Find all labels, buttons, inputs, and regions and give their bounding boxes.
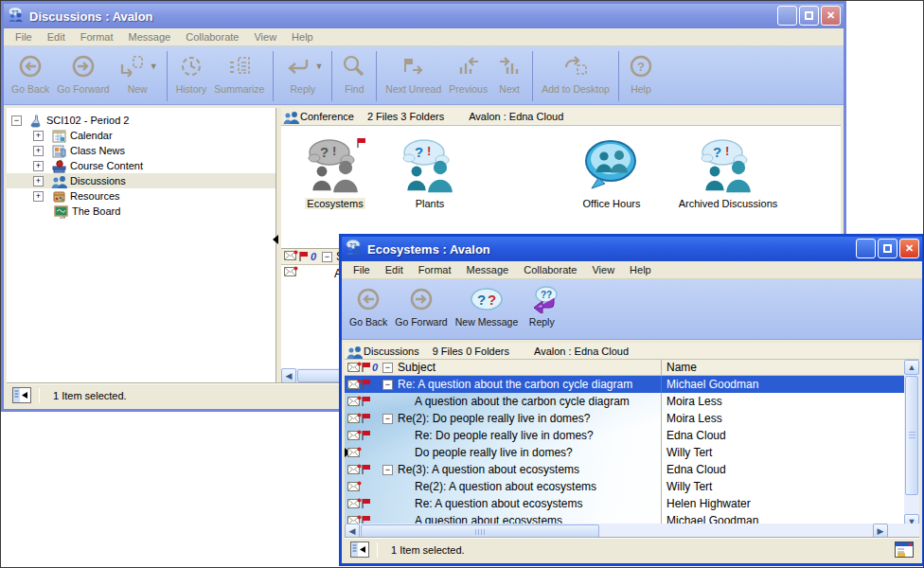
message-row[interactable]: −Re(3): A question about ecosystemsEdna …: [345, 461, 904, 478]
menu-help[interactable]: Help: [284, 31, 321, 43]
people-cloud-gray-icon: ? !: [307, 137, 364, 196]
menu-edit[interactable]: Edit: [378, 264, 411, 275]
minimize-button[interactable]: [777, 6, 797, 26]
tree-expander[interactable]: +: [33, 131, 44, 141]
new-button[interactable]: ▼New: [114, 48, 162, 104]
paperclip-column-icon[interactable]: 0: [311, 251, 322, 262]
vertical-scrollbar[interactable]: ▲ ▼: [904, 360, 919, 529]
conference-icon-pane: ? ! Ecosystems ? ! PlantsOffice Hours ? …: [281, 126, 841, 248]
next-unread-button[interactable]: Next Unread: [382, 48, 445, 104]
status-bar: 1 Item selected.: [345, 538, 919, 560]
name-column-header[interactable]: Name: [666, 360, 697, 375]
maximize-button[interactable]: [878, 239, 897, 258]
next-button[interactable]: Next: [491, 48, 527, 104]
flag-column-icon[interactable]: [298, 251, 311, 262]
tree-expander[interactable]: +: [33, 161, 44, 171]
close-button[interactable]: ✕: [821, 6, 841, 26]
menu-format[interactable]: Format: [73, 31, 121, 43]
flag-column-icon[interactable]: [361, 360, 372, 375]
conference-item-plants[interactable]: ? ! Plants: [387, 137, 472, 209]
menu-view[interactable]: View: [584, 264, 622, 275]
discussions-titlebar[interactable]: ?? Discussions : Avalon ✕: [4, 4, 844, 28]
add-to-desktop-button[interactable]: Add to Desktop: [538, 48, 613, 104]
envelope-icon: [347, 495, 362, 512]
paperclip-column-icon[interactable]: 0: [372, 360, 378, 375]
history-button[interactable]: History: [172, 48, 211, 104]
tree-item-calendar[interactable]: +Calendar: [7, 128, 275, 143]
menu-message[interactable]: Message: [121, 31, 179, 43]
menu-file[interactable]: File: [8, 31, 40, 43]
dropdown-arrow-icon[interactable]: ▼: [314, 62, 323, 71]
message-row[interactable]: Re(2): A question about ecosystemsWilly …: [345, 478, 904, 495]
envelope-column-icon[interactable]: [284, 250, 298, 264]
subject-text: A question about the carbon cycle diagra…: [415, 393, 630, 410]
go-forward-button[interactable]: Go Forward: [391, 281, 451, 339]
envelope-column-icon[interactable]: [347, 360, 362, 375]
tree-expander[interactable]: +: [33, 176, 44, 186]
conference-item-office-hours[interactable]: Office Hours: [569, 137, 654, 209]
discussions-summary-bar: Discussions 9 Files 0 Folders Avalon : E…: [345, 343, 919, 360]
menu-file[interactable]: File: [346, 264, 378, 275]
scroll-up-button[interactable]: ▲: [904, 360, 919, 375]
tree-item-sci102-period-2[interactable]: −SCI102 - Period 2: [7, 113, 275, 128]
close-button[interactable]: ✕: [899, 239, 919, 258]
column-divider[interactable]: [661, 360, 662, 375]
subject-column-header[interactable]: Subject: [398, 360, 435, 375]
split-view-icon[interactable]: [350, 541, 369, 559]
menu-help[interactable]: Help: [622, 264, 659, 275]
svg-text:?: ?: [477, 292, 486, 308]
message-row[interactable]: −Re: A question about the carbon cycle d…: [345, 376, 904, 393]
summarize-button[interactable]: Summarize: [210, 48, 268, 104]
ecosystems-titlebar[interactable]: ?? Ecosystems : Avalon ✕: [342, 237, 922, 261]
tree-expander[interactable]: −: [11, 115, 22, 126]
tree-item-discussions[interactable]: +Discussions: [7, 173, 275, 188]
menu-collaborate[interactable]: Collaborate: [516, 264, 584, 275]
thread-collapse-box[interactable]: −: [382, 410, 393, 427]
scroll-right-button[interactable]: ▶: [873, 524, 888, 539]
maximize-button[interactable]: [799, 6, 819, 26]
menu-format[interactable]: Format: [411, 264, 459, 275]
minimize-button[interactable]: [856, 239, 876, 258]
go-back-button[interactable]: Go Back: [346, 281, 391, 339]
conference-item-archived-discussions[interactable]: ? ! Archived Discussions: [671, 137, 785, 209]
message-row[interactable]: Do people really live in domes?Willy Ter…: [345, 444, 904, 461]
menu-message[interactable]: Message: [459, 264, 517, 275]
conference-item-ecosystems[interactable]: ? ! Ecosystems: [293, 137, 378, 209]
go-back-button[interactable]: Go Back: [8, 48, 53, 104]
scroll-left-button[interactable]: ◀: [345, 524, 360, 539]
find-button[interactable]: Find: [337, 48, 371, 104]
menu-view[interactable]: View: [246, 31, 284, 43]
go-forward-button[interactable]: Go Forward: [53, 48, 113, 104]
message-row[interactable]: A question about the carbon cycle diagra…: [345, 393, 904, 410]
find-icon: [341, 51, 367, 81]
thread-collapse-box[interactable]: −: [382, 461, 393, 478]
tree-item-course-content[interactable]: +Course Content: [7, 158, 275, 173]
collapse-all-box[interactable]: −: [322, 252, 332, 262]
menu-collaborate[interactable]: Collaborate: [178, 31, 246, 43]
scroll-thumb[interactable]: [361, 524, 599, 538]
tree-expander[interactable]: +: [33, 191, 44, 202]
reply-button[interactable]: ??Reply: [522, 281, 561, 339]
view-options-icon[interactable]: [895, 541, 914, 560]
new-message-button[interactable]: ??New Message: [452, 281, 523, 339]
thread-collapse-box[interactable]: −: [382, 376, 393, 393]
pane-splitter-arrow[interactable]: [273, 235, 278, 244]
scroll-left-button[interactable]: ◀: [281, 368, 296, 383]
previous-button[interactable]: Previous: [445, 48, 491, 104]
tree-item-resources[interactable]: +Resources: [7, 188, 275, 204]
reply-button[interactable]: ▼Reply: [278, 48, 327, 104]
message-row[interactable]: Re: A question about ecosystemsHelen Hig…: [345, 495, 904, 512]
tree-item-the-board[interactable]: The Board: [7, 204, 275, 219]
scroll-thumb[interactable]: [905, 376, 918, 495]
horizontal-scrollbar[interactable]: ◀ ▶: [345, 524, 919, 539]
collapse-all-box[interactable]: −: [382, 360, 393, 375]
tree-item-class-news[interactable]: +Class News: [7, 143, 275, 158]
help-button[interactable]: ?Help: [624, 48, 658, 104]
split-view-icon[interactable]: [12, 387, 31, 404]
message-row[interactable]: −Re(2): Do people really live in domes?M…: [345, 410, 904, 427]
message-row[interactable]: Re: Do people really live in domes?Edna …: [345, 427, 904, 444]
dropdown-arrow-icon[interactable]: ▼: [150, 62, 158, 71]
menu-bar: FileEditFormatMessageCollaborateViewHelp: [342, 261, 922, 279]
menu-edit[interactable]: Edit: [40, 31, 73, 43]
tree-expander[interactable]: +: [33, 146, 44, 156]
